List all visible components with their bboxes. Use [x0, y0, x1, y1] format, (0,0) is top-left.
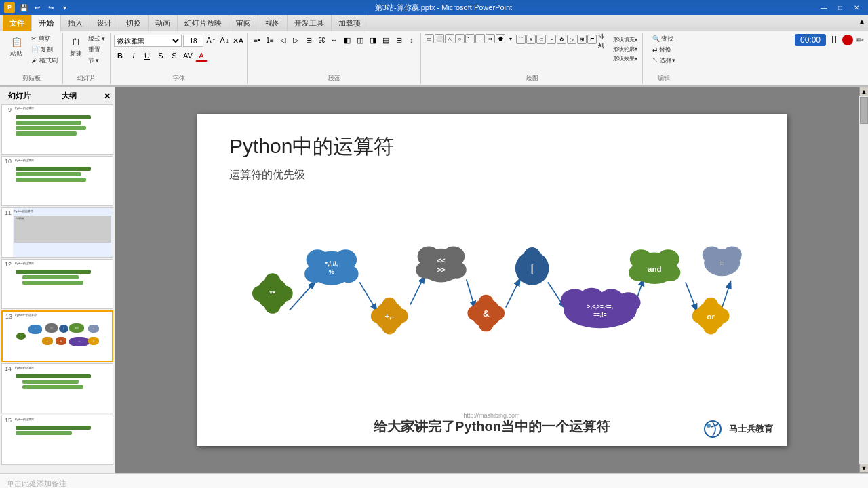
sidebar-close-button[interactable]: ✕: [104, 92, 111, 101]
strikethrough-button[interactable]: S: [155, 49, 167, 62]
paste-button[interactable]: 📋 粘贴: [4, 34, 28, 59]
section-button[interactable]: 节 ▾: [86, 56, 108, 66]
justify-button[interactable]: ▤: [380, 34, 392, 46]
shape-btn-9[interactable]: ⌒: [516, 35, 526, 44]
select-button[interactable]: ↖ 选择▾: [650, 56, 678, 66]
underline-button[interactable]: U: [141, 49, 153, 62]
cut-button[interactable]: ✂ 剪切: [29, 34, 60, 44]
slide-thumb-15[interactable]: 15 Python的运算符: [1, 415, 113, 465]
slide-thumb-12[interactable]: 12 Python的运算符: [1, 259, 113, 309]
tab-transition[interactable]: 切换: [119, 15, 149, 31]
shape-btn-2[interactable]: ⬜: [435, 34, 444, 43]
more-btn[interactable]: ▾: [58, 1, 71, 14]
close-btn[interactable]: ✕: [849, 1, 864, 14]
pen-button[interactable]: ✏: [856, 35, 864, 45]
reset-button[interactable]: 重置: [86, 45, 108, 55]
slide-thumb-14[interactable]: 14 Python的运算符: [1, 363, 113, 413]
slide-thumb-10[interactable]: 10 Python的运算符: [1, 156, 113, 206]
shape-outline-button[interactable]: 形状轮廓▾: [611, 45, 639, 54]
shape-btn-10[interactable]: ∧: [526, 35, 536, 44]
align-center-button[interactable]: ◫: [354, 34, 366, 46]
clear-format-button[interactable]: ✕A: [232, 35, 244, 47]
tab-slideshow[interactable]: 幻灯片放映: [178, 15, 229, 31]
slide-thumb-13[interactable]: 13 Python中的运算符 ** * << + | & and >= =: [1, 310, 113, 362]
canvas-area[interactable]: Python中的运算符 运算符的优先级: [115, 87, 868, 473]
scroll-down-button[interactable]: ▼: [859, 464, 868, 473]
scroll-thumb[interactable]: [860, 97, 868, 124]
minimize-btn[interactable]: —: [816, 1, 831, 14]
tab-review[interactable]: 审阅: [229, 15, 258, 31]
arrange-button[interactable]: 排列: [597, 35, 610, 47]
shape-btn-6[interactable]: →: [475, 34, 485, 43]
tab-home[interactable]: 开始: [32, 15, 61, 31]
play-pause-button[interactable]: ⏸: [829, 34, 840, 46]
align-left-button[interactable]: ◧: [341, 34, 353, 46]
italic-button[interactable]: I: [127, 49, 140, 62]
redo-btn[interactable]: ↪: [45, 1, 57, 14]
tab-view[interactable]: 视图: [258, 15, 288, 31]
shape-btn-1[interactable]: ▭: [425, 34, 434, 43]
tab-animation[interactable]: 动画: [149, 15, 178, 31]
shape-btn-5[interactable]: ⋱: [465, 34, 475, 43]
shape-btn-11[interactable]: ⊂: [536, 35, 546, 44]
format-painter-button[interactable]: 🖌 格式刷: [29, 56, 60, 66]
notes-area[interactable]: 单击此处添加备注: [0, 473, 868, 488]
shape-equals: =: [703, 246, 742, 276]
increase-font-button[interactable]: A↑: [205, 35, 217, 47]
shape-btn-3[interactable]: △: [445, 34, 454, 43]
vertical-scrollbar[interactable]: ▲ ▼: [859, 87, 868, 473]
sidebar-tab-slides[interactable]: 幻灯片: [4, 89, 35, 102]
new-slide-button[interactable]: 🗒 新建: [66, 34, 85, 59]
shape-btn-8[interactable]: ⬟: [496, 34, 505, 43]
find-button[interactable]: 🔍 查找: [650, 34, 676, 44]
font-family-select[interactable]: 微软雅黑: [114, 35, 182, 47]
convert-smartart-button[interactable]: ⌘: [315, 34, 328, 46]
shape-btn-7[interactable]: ⇒: [486, 34, 495, 43]
replace-button[interactable]: ⇄ 替换: [650, 45, 674, 55]
maximize-btn[interactable]: □: [833, 1, 848, 14]
tab-file[interactable]: 文件: [3, 15, 32, 31]
slide-thumb-9[interactable]: 9 Python的运算符: [1, 104, 113, 155]
shape-btn-16[interactable]: ⊏: [587, 35, 597, 44]
tab-design[interactable]: 设计: [90, 15, 119, 31]
svg-text:or: or: [707, 312, 715, 321]
shape-fill-button[interactable]: 形状填充▾: [611, 35, 639, 44]
text-direction-button[interactable]: ⊞: [302, 34, 315, 46]
svg-text:&: &: [483, 308, 490, 319]
shape-btn-4[interactable]: ○: [455, 34, 465, 43]
font-color-button[interactable]: A: [195, 49, 208, 62]
layout-button[interactable]: 版式 ▾: [86, 34, 108, 44]
record-button[interactable]: [842, 35, 853, 45]
tab-addins[interactable]: 加载项: [332, 15, 368, 31]
tab-insert[interactable]: 插入: [61, 15, 90, 31]
number-list-button[interactable]: 1≡: [264, 34, 276, 46]
spacing-button[interactable]: AV: [182, 49, 194, 62]
scroll-up-button[interactable]: ▲: [859, 87, 868, 96]
scroll-track[interactable]: [859, 96, 868, 464]
sidebar-tab-outline[interactable]: 大纲: [58, 89, 81, 102]
col-button[interactable]: ⊟: [393, 34, 405, 46]
decrease-indent-button[interactable]: ◁: [277, 34, 289, 46]
font-size-input[interactable]: [183, 35, 203, 47]
slide-thumb-11[interactable]: 11 Python的运算符 代码示例: [1, 207, 113, 258]
copy-button[interactable]: 📄 复制: [29, 45, 60, 55]
increase-indent-button[interactable]: ▷: [290, 34, 302, 46]
save-btn[interactable]: 💾: [18, 1, 30, 14]
bold-button[interactable]: B: [114, 49, 126, 62]
shape-btn-13[interactable]: ✿: [557, 35, 566, 44]
ribbon-expander[interactable]: ▲: [856, 15, 868, 31]
decrease-font-button[interactable]: A↓: [218, 35, 231, 47]
text-align-button[interactable]: ↔: [328, 34, 340, 46]
shape-btn-14[interactable]: ▷: [567, 35, 576, 44]
diagram-svg: ** *,/,//, %: [203, 195, 780, 392]
shape-effect-button[interactable]: 形状效果▾: [611, 54, 639, 63]
shape-more-button[interactable]: ▾: [506, 34, 515, 43]
shape-btn-15[interactable]: ⊞: [577, 35, 587, 44]
bullet-list-button[interactable]: ≡•: [251, 34, 263, 46]
linespace-button[interactable]: ↕: [406, 34, 418, 46]
shadow-button[interactable]: S: [168, 49, 180, 62]
undo-btn[interactable]: ↩: [31, 1, 43, 14]
tab-developer[interactable]: 开发工具: [288, 15, 332, 31]
align-right-button[interactable]: ◨: [367, 34, 379, 46]
shape-btn-12[interactable]: ⌣: [547, 35, 556, 44]
